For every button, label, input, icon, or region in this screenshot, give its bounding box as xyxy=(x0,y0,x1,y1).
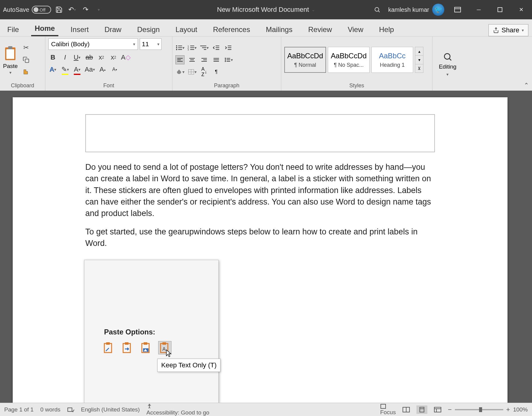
read-mode-icon[interactable] xyxy=(401,405,412,414)
paste-merge-icon[interactable] xyxy=(121,341,134,354)
sort-button[interactable]: AZ↓ xyxy=(200,67,209,76)
bullets-button[interactable]: ▾ xyxy=(175,43,184,52)
paragraph-2: To get started, use the gearupwindows st… xyxy=(85,226,435,249)
show-marks-button[interactable]: ¶ xyxy=(212,67,221,76)
tab-home[interactable]: Home xyxy=(31,22,59,36)
tab-review[interactable]: Review xyxy=(305,23,336,36)
language-indicator[interactable]: English (United States) xyxy=(81,406,140,413)
spellcheck-icon[interactable] xyxy=(67,407,74,413)
zoom-in-button[interactable]: + xyxy=(506,406,510,414)
autosave-toggle[interactable]: Off xyxy=(32,6,51,14)
tab-references[interactable]: References xyxy=(209,23,254,36)
focus-mode[interactable]: Focus xyxy=(380,404,396,416)
svg-rect-52 xyxy=(106,342,110,345)
underline-button[interactable]: U▾ xyxy=(73,53,82,62)
minimize-icon[interactable]: ─ xyxy=(471,4,487,16)
line-spacing-button[interactable]: ▾ xyxy=(224,55,233,64)
paste-keep-source-icon[interactable] xyxy=(102,341,115,354)
svg-point-0 xyxy=(375,8,379,11)
search-icon[interactable] xyxy=(372,4,383,15)
tab-design[interactable]: Design xyxy=(133,23,163,36)
close-icon[interactable]: ✕ xyxy=(513,4,529,16)
grow-font-button[interactable]: A▴ xyxy=(98,65,107,74)
bold-button[interactable]: B xyxy=(48,53,57,62)
group-label-paragraph: Paragraph xyxy=(175,81,278,90)
print-layout-icon[interactable] xyxy=(416,405,427,414)
paste-text-only-icon[interactable]: A xyxy=(158,341,171,354)
svg-rect-62 xyxy=(68,408,72,411)
title-bar: AutoSave Off ↶▾ ↷ ▾ New Microsoft Word D… xyxy=(0,0,532,19)
svg-text:A: A xyxy=(162,347,166,352)
editing-button[interactable]: Editing ▾ xyxy=(439,52,456,77)
web-layout-icon[interactable] xyxy=(432,405,443,414)
align-center-button[interactable] xyxy=(188,55,197,64)
svg-rect-2 xyxy=(455,7,461,12)
accessibility-indicator[interactable]: Accessibility: Good to go xyxy=(146,403,209,416)
ribbon-display-icon[interactable] xyxy=(450,4,465,16)
cut-icon[interactable]: ✂ xyxy=(21,43,31,52)
user-name: kamlesh kumar xyxy=(388,6,429,13)
tab-mailings[interactable]: Mailings xyxy=(262,23,296,36)
zoom-slider[interactable] xyxy=(455,409,503,410)
svg-rect-51 xyxy=(104,343,112,353)
multilevel-list-button[interactable]: ▾ xyxy=(200,43,209,52)
maximize-icon[interactable] xyxy=(492,4,508,16)
font-size-combo[interactable]: 11▾ xyxy=(140,38,162,50)
style-heading1[interactable]: AaBbCc Heading 1 xyxy=(371,47,413,73)
tab-draw[interactable]: Draw xyxy=(101,23,125,36)
tab-help[interactable]: Help xyxy=(375,23,397,36)
superscript-button[interactable]: x2 xyxy=(109,53,118,62)
user-account[interactable]: kamlesh kumar 🐦 xyxy=(388,4,444,16)
shading-button[interactable]: ▾ xyxy=(175,67,184,76)
font-color-button[interactable]: A▾ xyxy=(73,65,82,74)
clear-formatting-icon[interactable]: A◇ xyxy=(121,53,131,62)
autosave-control[interactable]: AutoSave Off xyxy=(3,6,51,14)
styles-more-icon[interactable]: ⊻ xyxy=(415,64,423,73)
tab-file[interactable]: File xyxy=(4,23,23,36)
word-count[interactable]: 0 words xyxy=(40,406,60,413)
shrink-font-button[interactable]: A▾ xyxy=(110,65,119,74)
numbering-button[interactable]: 123▾ xyxy=(188,43,197,52)
svg-rect-54 xyxy=(125,342,129,345)
tab-layout[interactable]: Layout xyxy=(172,23,201,36)
paste-picture-icon[interactable] xyxy=(139,341,153,354)
paste-button[interactable]: Paste ▾ xyxy=(3,45,18,75)
group-label-font: Font xyxy=(48,81,169,90)
save-icon[interactable] xyxy=(54,4,64,15)
undo-icon[interactable]: ↶▾ xyxy=(67,4,78,15)
chevron-down-icon: ⌄ xyxy=(312,7,315,12)
text-effects-button[interactable]: A▾ xyxy=(48,65,57,74)
qat-customize-icon[interactable]: ▾ xyxy=(93,4,104,15)
strikethrough-button[interactable]: ab xyxy=(85,53,94,62)
share-button[interactable]: Share ▾ xyxy=(488,24,528,36)
align-left-button[interactable] xyxy=(175,55,184,64)
tab-insert[interactable]: Insert xyxy=(67,23,92,36)
justify-button[interactable] xyxy=(212,55,221,64)
svg-rect-9 xyxy=(25,59,29,63)
document-title[interactable]: New Microsoft Word Document ⌄ xyxy=(217,6,315,14)
borders-button[interactable]: ▾ xyxy=(188,67,197,76)
font-name-combo[interactable]: Calibri (Body)▾ xyxy=(48,38,138,50)
zoom-level[interactable]: 100% xyxy=(513,406,528,413)
decrease-indent-button[interactable] xyxy=(212,43,221,52)
increase-indent-button[interactable] xyxy=(224,43,233,52)
page-indicator[interactable]: Page 1 of 1 xyxy=(4,406,34,413)
style-normal[interactable]: AaBbCcDd ¶ Normal xyxy=(284,47,326,73)
styles-up-icon[interactable]: ▴ xyxy=(415,47,423,56)
svg-line-1 xyxy=(379,11,380,12)
zoom-out-button[interactable]: − xyxy=(448,406,452,414)
redo-icon[interactable]: ↷ xyxy=(80,4,91,15)
italic-button[interactable]: I xyxy=(60,53,70,62)
highlight-button[interactable]: ✎▾ xyxy=(60,65,70,74)
body-text[interactable]: Do you need to send a lot of postage let… xyxy=(85,161,435,249)
copy-icon[interactable] xyxy=(21,55,31,64)
style-no-spacing[interactable]: AaBbCcDd ¶ No Spac... xyxy=(328,47,370,73)
styles-down-icon[interactable]: ▾ xyxy=(415,56,423,64)
change-case-button[interactable]: Aa▾ xyxy=(85,65,95,74)
align-right-button[interactable] xyxy=(200,55,209,64)
content-placeholder[interactable] xyxy=(85,114,435,152)
collapse-ribbon-icon[interactable]: ⌃ xyxy=(524,82,529,89)
subscript-button[interactable]: x2 xyxy=(97,53,106,62)
tab-view[interactable]: View xyxy=(344,23,367,36)
format-painter-icon[interactable] xyxy=(21,67,31,76)
